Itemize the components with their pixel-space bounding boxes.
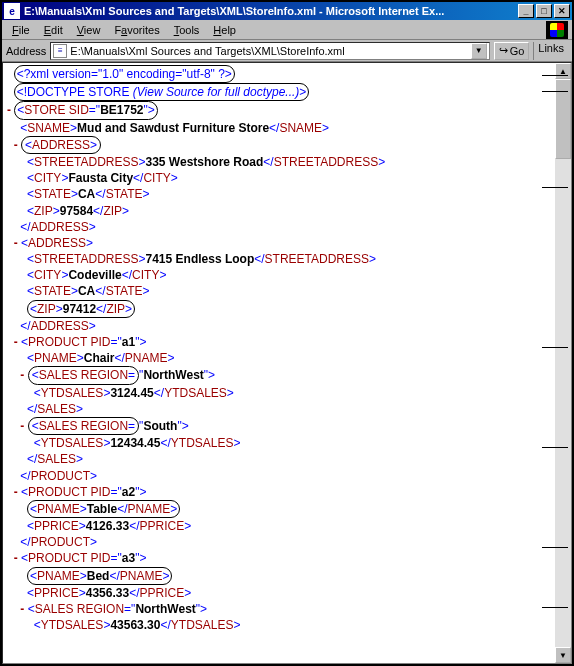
collapse-toggle[interactable]: -	[14, 335, 18, 349]
go-icon: ↪	[499, 44, 508, 57]
scroll-track[interactable]	[555, 79, 571, 647]
window-title: E:\Manuals\Xml Sources and Targets\XML\S…	[24, 5, 518, 17]
ie-logo	[546, 21, 568, 39]
address-input-wrap[interactable]: ≡ ▼	[50, 42, 489, 60]
collapse-toggle[interactable]: -	[20, 368, 24, 382]
scroll-down-button[interactable]: ▼	[555, 647, 571, 663]
links-button[interactable]: Links	[533, 42, 568, 60]
collapse-toggle[interactable]: -	[14, 138, 18, 152]
collapse-toggle[interactable]: -	[20, 602, 24, 616]
collapse-toggle[interactable]: -	[20, 419, 24, 433]
content-area: <?xml version="1.0" encoding="utf-8" ?> …	[2, 62, 572, 664]
menu-tools[interactable]: Tools	[168, 23, 206, 37]
menu-view[interactable]: View	[71, 23, 107, 37]
collapse-toggle[interactable]: -	[14, 236, 18, 250]
xml-pi: <?xml version="1.0" encoding="utf-8" ?>	[17, 67, 232, 81]
go-button[interactable]: ↪Go	[494, 42, 530, 60]
doctype-link[interactable]: (View Source for full doctype...)	[133, 85, 300, 99]
collapse-toggle[interactable]: -	[7, 103, 11, 117]
address-label: Address	[6, 45, 46, 57]
address-dropdown-button[interactable]: ▼	[471, 43, 487, 59]
xml-file-icon: ≡	[53, 44, 67, 58]
collapse-toggle[interactable]: -	[14, 485, 18, 499]
vertical-scrollbar[interactable]: ▲ ▼	[555, 63, 571, 663]
collapse-toggle[interactable]: -	[14, 551, 18, 565]
address-input[interactable]	[70, 45, 470, 57]
addressbar: Address ≡ ▼ ↪Go Links	[2, 40, 572, 62]
scroll-up-button[interactable]: ▲	[555, 63, 571, 79]
menu-help[interactable]: Help	[207, 23, 242, 37]
scroll-thumb[interactable]	[555, 79, 571, 159]
close-button[interactable]: ✕	[554, 4, 570, 18]
titlebar: e E:\Manuals\Xml Sources and Targets\XML…	[2, 2, 572, 20]
maximize-button[interactable]: □	[536, 4, 552, 18]
ie-icon: e	[4, 3, 20, 19]
browser-window: e E:\Manuals\Xml Sources and Targets\XML…	[0, 0, 574, 666]
menu-favorites[interactable]: Favorites	[108, 23, 165, 37]
xml-view[interactable]: <?xml version="1.0" encoding="utf-8" ?> …	[3, 63, 555, 663]
menu-edit[interactable]: Edit	[38, 23, 69, 37]
menu-file[interactable]: File	[6, 23, 36, 37]
minimize-button[interactable]: _	[518, 4, 534, 18]
menubar: File Edit View Favorites Tools Help	[2, 20, 572, 40]
